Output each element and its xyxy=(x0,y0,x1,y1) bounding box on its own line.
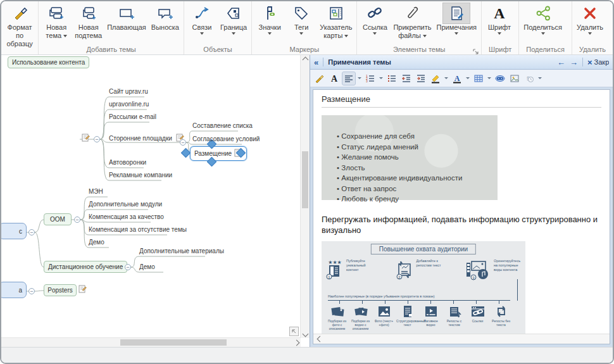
subtopic-label[interactable]: Сайт uprav.ru xyxy=(109,88,148,95)
notes-button[interactable]: Примечания xyxy=(434,2,480,35)
close-icon: × xyxy=(587,58,592,67)
links-icon xyxy=(470,304,486,318)
close-panel-button[interactable]: × Закрыть xyxy=(587,58,609,67)
outdent-icon[interactable] xyxy=(400,72,413,85)
notes-horizontal-scrollbar[interactable] xyxy=(313,334,610,344)
map-index-icon xyxy=(323,3,349,23)
group-label: Объекты xyxy=(186,45,249,54)
collapse-toggle[interactable]: − xyxy=(74,217,80,223)
font-button[interactable]: A Шрифт xyxy=(484,2,515,35)
font-dialog-icon[interactable]: A xyxy=(328,72,341,85)
share-button[interactable]: Поделиться xyxy=(521,2,565,35)
dropdown-arrow-icon xyxy=(588,32,592,35)
ribbon-group-delete: Удалить Удалить xyxy=(572,1,613,54)
connector-line xyxy=(517,279,518,301)
repost-with-text-icon xyxy=(447,304,462,318)
insert-image-icon[interactable] xyxy=(508,72,521,85)
map-index-button[interactable]: Указатель карты xyxy=(317,2,354,40)
highlight-icon[interactable] xyxy=(429,72,442,85)
button-label: Связи xyxy=(192,23,212,32)
format-painter-button[interactable]: Формат по образцу xyxy=(3,2,36,48)
next-note-icon[interactable]: → xyxy=(570,58,578,67)
new-subtopic-button[interactable]: Новая подтема xyxy=(72,2,104,40)
subtopic-label[interactable]: Рекламные компании xyxy=(109,172,172,179)
infographic-step: 3 Ориентируйтесь на популярные виды конт… xyxy=(464,259,523,280)
font-color-dropdown-icon[interactable] xyxy=(466,77,470,79)
format-brush-icon[interactable] xyxy=(313,72,326,85)
indent-icon[interactable] xyxy=(415,72,427,85)
collapse-toggle[interactable]: − xyxy=(28,288,35,294)
button-label: Удалить xyxy=(577,23,603,32)
bullet-list-icon[interactable] xyxy=(385,72,398,85)
main-topic-clipped[interactable]: а xyxy=(1,282,27,298)
topic-notes-icon[interactable] xyxy=(78,285,87,294)
subtopic-label[interactable]: Демо xyxy=(89,239,104,246)
topic-node[interactable]: ООМ xyxy=(44,213,72,225)
align-dropdown-icon[interactable] xyxy=(358,77,361,79)
topic-notes-icon[interactable] xyxy=(82,134,90,143)
topic-node[interactable]: Использование контента xyxy=(8,56,89,68)
subtopic-label[interactable]: Демо xyxy=(139,263,155,270)
subtopic-label[interactable]: Согласование условий xyxy=(192,135,260,142)
insert-datetime-icon[interactable]: 5 xyxy=(523,72,536,85)
subtopic-label[interactable]: Дополнительные материалы xyxy=(139,248,224,254)
horizontal-scrollbar[interactable] xyxy=(1,337,301,347)
notes-content[interactable]: Размещение Сохранение для себяСтатус лид… xyxy=(313,89,610,344)
dropdown-arrow-icon xyxy=(268,32,272,35)
floating-topic-button[interactable]: Плавающая xyxy=(104,2,149,32)
subtopic-label[interactable]: Компенсация за качество xyxy=(89,213,164,220)
table-icon[interactable] xyxy=(472,72,485,85)
numbered-list-dropdown-icon[interactable] xyxy=(379,77,383,79)
insert-link-icon[interactable] xyxy=(494,72,506,85)
link-button[interactable]: Ссылка xyxy=(359,2,391,35)
callout-button[interactable]: Выноска xyxy=(149,2,182,32)
font-color-icon[interactable]: A xyxy=(451,72,463,85)
collapse-panel-icon[interactable]: « xyxy=(314,58,318,67)
notes-body[interactable]: Размещение Сохранение для себяСтатус лид… xyxy=(313,90,610,334)
vertical-scrollbar[interactable] xyxy=(300,55,310,338)
boundary-button[interactable]: Граница xyxy=(218,2,249,35)
horizontal-scroll-thumb[interactable] xyxy=(120,339,227,346)
bullet-item: Статус лидера мнений xyxy=(337,142,498,153)
callout-icon xyxy=(152,3,179,23)
scroll-right-arrow[interactable] xyxy=(292,338,301,347)
map-overview-button[interactable] xyxy=(289,327,299,336)
subtopic-label[interactable]: Дополнительные модули xyxy=(89,201,162,208)
subtopic-label[interactable]: Автоворонки xyxy=(109,159,146,166)
previous-note-icon[interactable]: ← xyxy=(557,58,565,67)
delete-button[interactable]: Удалить xyxy=(574,2,606,35)
subtopic-label[interactable]: Компенсация за отсутствие темы xyxy=(89,226,187,233)
datetime-dropdown-icon[interactable] xyxy=(538,77,542,79)
collapse-toggle[interactable]: − xyxy=(125,264,131,270)
relationships-button[interactable]: Связи xyxy=(186,2,218,35)
attach-files-button[interactable]: Прикрепить файлы xyxy=(391,2,434,40)
scroll-up-arrow[interactable] xyxy=(301,55,310,64)
dialog-launcher-icon[interactable] xyxy=(472,46,479,53)
new-topic-button[interactable]: Новая тема xyxy=(41,2,72,40)
dropdown-arrow-icon xyxy=(344,35,348,37)
scroll-down-arrow[interactable] xyxy=(301,329,310,338)
collapse-toggle[interactable]: − xyxy=(94,136,100,142)
subtopic-label[interactable]: Составление списка xyxy=(192,122,253,129)
subtopic-label[interactable]: Рассылки e-mail xyxy=(109,113,156,120)
align-icon[interactable] xyxy=(342,72,355,85)
icons-button[interactable]: Значки xyxy=(254,2,285,35)
button-label: Шрифт xyxy=(488,23,511,32)
table-dropdown-icon[interactable] xyxy=(487,77,491,79)
bullet-item: Любовь к бренду xyxy=(337,194,498,204)
notes-scroll-left-arrow[interactable] xyxy=(315,335,324,344)
subtopic-label[interactable]: upravonline.ru xyxy=(109,101,149,108)
numbered-list-icon[interactable]: 123 xyxy=(364,72,377,85)
collapse-toggle[interactable]: − xyxy=(28,229,35,235)
collapse-toggle[interactable]: − xyxy=(180,139,186,146)
subtopic-label[interactable]: Сторонние площадки xyxy=(109,134,184,143)
map-canvas[interactable]: Использование контента ООМ Дистанционное… xyxy=(1,55,310,347)
highlight-dropdown-icon[interactable] xyxy=(444,77,448,79)
subtopic-label[interactable]: МЭН xyxy=(89,188,103,195)
topic-node[interactable]: Дистанционное обучение xyxy=(44,261,127,273)
button-label: Значки xyxy=(259,23,281,32)
topic-node[interactable]: Popsters xyxy=(44,284,77,296)
tags-button[interactable]: Теги xyxy=(285,2,317,35)
main-topic-clipped[interactable]: с xyxy=(1,223,27,239)
vertical-scroll-thumb[interactable] xyxy=(302,151,308,208)
